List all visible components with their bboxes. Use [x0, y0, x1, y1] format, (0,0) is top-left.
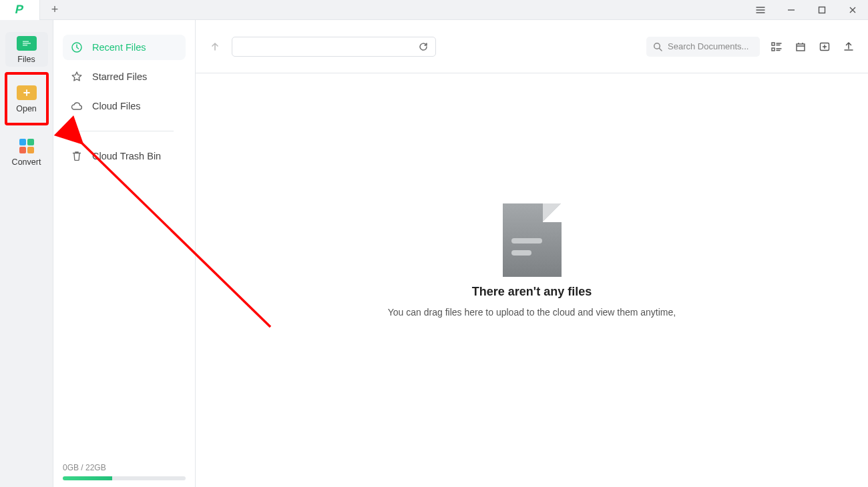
storage-fill: [63, 476, 112, 480]
sort-icon: [795, 41, 807, 53]
empty-state: There aren't any files You can drag file…: [196, 73, 868, 487]
files-icon: [17, 36, 37, 51]
svg-rect-8: [772, 43, 775, 45]
search-input[interactable]: Search Documents...: [646, 37, 760, 57]
upload-button[interactable]: [841, 39, 856, 54]
plus-icon: +: [51, 3, 59, 17]
minimize-button[interactable]: [776, 0, 807, 19]
svg-rect-3: [23, 43, 31, 44]
rail-open-label: Open: [16, 104, 37, 113]
svg-rect-4: [23, 45, 27, 46]
storage-bar: [63, 476, 186, 480]
refresh-button[interactable]: [417, 40, 430, 53]
category-starred-label: Starred Files: [92, 71, 147, 82]
empty-subtitle: You can drag files here to upload to the…: [388, 307, 676, 318]
upload-icon: [843, 41, 855, 53]
cloud-icon: [71, 100, 83, 112]
app-tab[interactable]: P: [0, 0, 40, 20]
svg-rect-0: [819, 7, 825, 13]
list-view-icon: [771, 41, 783, 53]
maximize-button[interactable]: [807, 0, 837, 19]
category-divider: [75, 131, 174, 131]
new-tab-button[interactable]: +: [40, 3, 69, 17]
sort-button[interactable]: [793, 39, 808, 54]
category-starred-files[interactable]: Starred Files: [63, 64, 186, 89]
category-recent-files[interactable]: Recent Files: [63, 35, 186, 60]
clock-icon: [71, 41, 83, 53]
rail-item-files[interactable]: Files: [5, 32, 48, 67]
category-cloud-trash[interactable]: Cloud Trash Bin: [63, 143, 186, 169]
titlebar-right: [745, 0, 868, 19]
close-icon: [848, 5, 857, 15]
arrow-up-icon: [210, 41, 220, 52]
convert-icon: [19, 139, 34, 153]
category-trash-label: Cloud Trash Bin: [92, 151, 161, 161]
annotation-highlight-open: Open: [5, 72, 49, 125]
category-cloud-files[interactable]: Cloud Files: [63, 93, 186, 119]
rail-item-convert[interactable]: Convert: [5, 135, 48, 169]
svg-rect-10: [797, 44, 805, 51]
rail-item-open[interactable]: Open: [7, 81, 46, 116]
main-area: Search Documents... There aren't a: [196, 20, 868, 487]
rail-files-label: Files: [17, 55, 35, 64]
refresh-icon: [418, 41, 429, 52]
category-cloud-label: Cloud Files: [92, 101, 141, 111]
star-icon: [71, 71, 83, 83]
view-list-button[interactable]: [769, 39, 784, 54]
minimize-icon: [787, 5, 796, 15]
path-input[interactable]: [232, 37, 436, 57]
app-menu-button[interactable]: [745, 0, 776, 19]
titlebar-left: P +: [0, 0, 69, 19]
category-column: Recent Files Starred Files Cloud Files: [53, 20, 196, 487]
titlebar: P +: [0, 0, 868, 20]
search-icon: [653, 42, 662, 51]
hamburger-icon: [756, 5, 765, 15]
rail-convert-label: Convert: [12, 157, 41, 167]
left-rail: Files Open Convert: [0, 20, 53, 487]
close-button[interactable]: [837, 0, 868, 19]
up-folder-button[interactable]: [208, 39, 222, 54]
document-placeholder-icon: [503, 203, 562, 277]
svg-rect-2: [23, 41, 29, 43]
category-recent-label: Recent Files: [92, 42, 146, 53]
new-folder-button[interactable]: [817, 39, 832, 54]
open-file-icon: [17, 85, 37, 100]
search-placeholder: Search Documents...: [668, 41, 748, 51]
storage-label: 0GB / 22GB: [63, 463, 106, 472]
trash-icon: [71, 150, 83, 162]
storage-meter: 0GB / 22GB: [63, 463, 186, 480]
maximize-icon: [817, 5, 827, 15]
files-toolbar: Search Documents...: [196, 20, 868, 73]
new-folder-icon: [819, 41, 831, 53]
empty-title: There aren't any files: [472, 285, 592, 299]
app-logo-icon: P: [14, 3, 25, 17]
svg-rect-9: [772, 48, 775, 51]
